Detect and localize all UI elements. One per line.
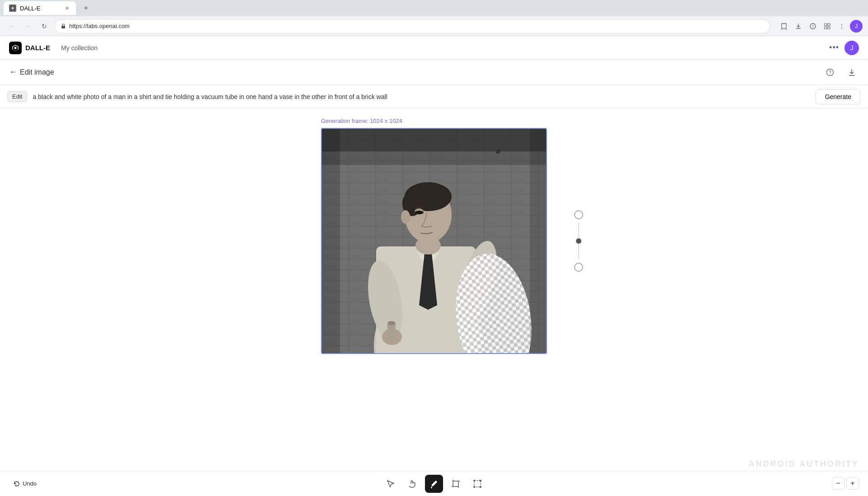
zoom-in-button[interactable]: + [846,477,859,490]
edit-image-header-actions: ? [823,65,859,80]
help-icon-button[interactable]: ? [823,65,837,80]
browser-titlebar: DALL-E ✕ + [0,0,868,16]
transform-tool-icon [473,479,482,488]
download-icon [848,68,856,76]
image-frame[interactable] [321,128,547,354]
url-text: https://labs.openai.com [69,23,764,29]
back-button[interactable]: ← [5,20,18,33]
svg-rect-47 [453,481,458,487]
svg-point-53 [473,480,475,482]
brush-size-max-indicator [574,210,583,219]
my-collection-link[interactable]: My collection [61,44,98,52]
svg-point-54 [480,480,481,482]
svg-point-37 [387,321,396,326]
brush-tool-icon [429,479,439,488]
tab-title: DALL-E [20,5,41,12]
undo-button[interactable]: Undo [9,477,41,490]
app-logo-icon [9,42,22,54]
generation-frame-label: Generation frame: 1024 x 1024 [321,118,547,124]
transform-tool-button[interactable] [468,475,486,493]
svg-rect-6 [825,24,827,26]
download-icon-button[interactable] [844,65,859,80]
svg-rect-7 [828,24,830,26]
browser-tab[interactable]: DALL-E ✕ [4,1,76,15]
svg-point-33 [415,211,424,214]
crop-tool-icon [451,479,460,488]
back-arrow-icon: ← [9,67,17,77]
forward-button[interactable]: → [22,20,34,33]
canvas-container: Generation frame: 1024 x 1024 [321,118,547,356]
canvas-area: Generation frame: 1024 x 1024 [0,109,868,392]
page-content: ← Edit image ? Edit a black and white ph… [0,60,868,496]
zoom-controls: − + [832,477,859,490]
tab-close-button[interactable]: ✕ [63,5,71,12]
svg-text:?: ? [811,24,814,29]
svg-rect-36 [387,323,396,341]
selection-tool-icon [386,479,395,488]
svg-point-56 [480,486,481,488]
undo-icon [14,481,20,487]
more-button[interactable]: ⋮ [835,20,848,33]
svg-rect-52 [474,481,481,487]
help-button[interactable]: ? [807,20,819,33]
page-title: Edit image [20,68,54,76]
crop-tool-button[interactable] [447,475,465,493]
hand-tool-button[interactable] [403,475,421,493]
prompt-bar: Edit a black and white photo of a man in… [0,85,868,109]
app-logo[interactable]: DALL-E [9,42,50,54]
download-button[interactable] [792,20,805,33]
brush-slider-handle[interactable] [576,238,581,244]
help-circle-icon: ? [826,68,834,76]
browser-profile-avatar[interactable]: J [850,20,863,33]
extensions-button[interactable] [821,20,834,33]
reload-button[interactable]: ↻ [38,20,51,33]
svg-rect-3 [61,26,65,28]
app-header-right: ••• J [829,41,859,55]
undo-label: Undo [23,480,37,487]
app-logo-name: DALL-E [25,44,50,52]
browser-toolbar: ← → ↻ https://labs.openai.com ? ⋮ J [0,16,868,36]
edit-badge: Edit [7,91,27,102]
brush-size-slider[interactable] [574,210,583,272]
zoom-out-button[interactable]: − [832,477,844,490]
brush-size-min-indicator [574,263,583,272]
tab-favicon [9,5,16,12]
svg-rect-8 [825,27,827,29]
new-tab-button[interactable]: + [80,2,92,14]
lock-icon [60,23,66,29]
prompt-text[interactable]: a black and white photo of a man in a sh… [33,93,810,100]
back-button[interactable]: ← Edit image [9,67,54,77]
photo-canvas[interactable] [322,129,547,354]
bookmark-button[interactable] [778,20,790,33]
hand-tool-icon [408,479,417,488]
svg-rect-44 [322,129,340,354]
svg-point-55 [473,486,475,488]
edit-image-header: ← Edit image ? [0,60,868,85]
brush-tool-button[interactable] [425,475,443,493]
generate-button[interactable]: Generate [816,89,861,104]
svg-point-10 [14,47,17,49]
svg-point-34 [401,210,410,224]
svg-rect-45 [530,129,547,354]
app-header: DALL-E My collection ••• J [0,36,868,60]
app-profile-avatar[interactable]: J [844,41,859,55]
address-bar[interactable]: https://labs.openai.com [54,19,770,33]
brush-slider-track[interactable] [578,223,579,259]
selection-tool-button[interactable] [382,475,400,493]
app-more-button[interactable]: ••• [829,43,839,52]
svg-rect-9 [828,27,830,29]
browser-toolbar-icons: ? ⋮ J [778,20,863,33]
svg-rect-43 [322,129,547,151]
bottom-toolbar [0,471,868,496]
svg-text:?: ? [829,70,831,75]
